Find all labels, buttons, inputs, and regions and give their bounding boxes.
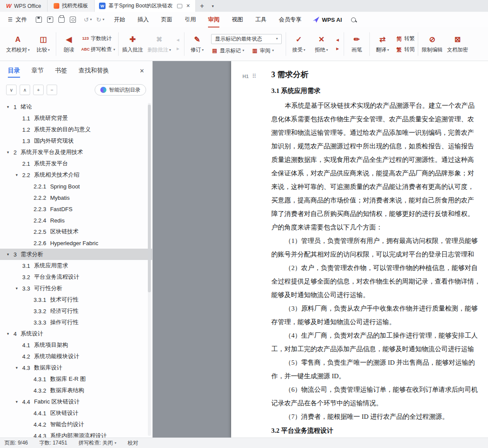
doc-text-line[interactable]: 买意愿，提高商品的市场价值；对消费者来说，能对自己所食用的农产 <box>271 194 488 207</box>
ribbon-insert-comment-button[interactable]: ✚插入批注 <box>120 33 145 55</box>
collapse-all-button[interactable]: ∨ <box>6 85 17 95</box>
toc-item-4-1[interactable]: 4.1系统项目架构 <box>0 339 152 351</box>
status-page[interactable]: 页面: 9/46 <box>4 439 28 447</box>
doc-text-line[interactable]: （4）生产厂商，负责对农产品的加工操作进行管理，能够安排工人 <box>271 329 488 342</box>
ribbon-reject-button[interactable]: ✕拒绝▾ <box>310 33 333 55</box>
ribbon-prev-change-button[interactable]: ◂ <box>334 38 341 42</box>
sidebar-tab-bookmark[interactable]: 书签 <box>55 61 67 80</box>
ribbon-to-traditional-button[interactable]: 简转繁 <box>396 35 415 42</box>
markup-state-select[interactable]: 显示标记的最终状态▾ <box>211 34 282 44</box>
document-page[interactable]: 3 需求分析H1⠿3.1 系统应用需求本系统是基于区块链技术实现的农产品溯源平台… <box>231 61 488 438</box>
menu-start[interactable]: 开始 <box>108 12 131 27</box>
doc-heading-2[interactable]: 3.2 平台业务流程设计 <box>271 424 488 437</box>
toc-item-4[interactable]: ▾4系统设计 <box>0 328 152 339</box>
doc-text-line[interactable]: 全保证体系，对农产品供应商来说，能提高农产品厂商的品牌形象；对 <box>271 167 488 180</box>
status-spellcheck[interactable]: 拼写检查: 关闭▾ <box>78 439 116 447</box>
expand-triangle-icon[interactable]: ▾ <box>7 150 14 154</box>
toc-item-3-3[interactable]: ▾3.3可行性分析 <box>0 283 152 294</box>
toc-item-4-2[interactable]: 4.2系统功能模块设计 <box>0 351 152 362</box>
toc-item-4-3[interactable]: ▾4.3数据库设计 <box>0 362 152 373</box>
menu-page[interactable]: 页面 <box>155 12 178 27</box>
save-icon[interactable] <box>36 17 42 23</box>
export-pdf-icon[interactable] <box>47 17 53 23</box>
toc-item-4-4-2[interactable]: 4.4.2智能合约设计 <box>0 419 152 430</box>
toc-item-1[interactable]: ▾1绪论 <box>0 101 152 113</box>
toc-item-2-2-6[interactable]: 2.2.6Hyperledger Fabric <box>0 237 152 249</box>
new-tab-button[interactable]: + <box>196 0 208 12</box>
doc-text-line[interactable]: （2）农户，负责管理农作物，可以管理作物的种植信息，能够对自 <box>271 261 488 275</box>
doc-text-line[interactable]: 工，对加工完的农产品添加产品信息，能够及时通知物流公司进行运输 <box>271 342 488 356</box>
doc-text-line[interactable]: 存管理，能够及时通知物流公司进行运输。 <box>271 315 488 329</box>
sidebar-tab-toc[interactable]: 目录 <box>8 61 20 80</box>
tab-docer-templates[interactable]: 找稻壳模板 <box>48 0 95 12</box>
toc-scrollbar-thumb[interactable] <box>148 105 151 292</box>
comment-bubble-icon[interactable] <box>177 4 182 8</box>
toc-item-3-3-3[interactable]: 3.3.3操作可行性 <box>0 317 152 328</box>
toc-item-2-2-4[interactable]: 2.2.4Redis <box>0 215 152 226</box>
menu-insert[interactable]: 插入 <box>131 12 155 27</box>
ribbon-show-markup-button[interactable]: ▤显示标记▾ <box>211 47 244 55</box>
doc-text-line[interactable]: 户的角度来讲需要包含以下几个方面： <box>271 221 488 234</box>
ribbon-review-pane-button[interactable]: ▥审阅▾ <box>251 47 274 55</box>
doc-heading-1[interactable]: 3 需求分析H1⠿ <box>271 68 488 81</box>
drag-handle-icon[interactable]: ⠿ <box>252 70 256 83</box>
search-button[interactable] <box>349 17 358 22</box>
expand-triangle-icon[interactable]: ▾ <box>7 332 14 336</box>
doc-text-line[interactable]: （7）消费者，能根据唯一 ID 进行农产品的全过程溯源。 <box>271 410 488 424</box>
doc-text-line[interactable]: 的账号并分配其相对应的访问权限，可以完成对平台的登录日志管理和 <box>271 248 488 261</box>
close-sidebar-icon[interactable]: ✕ <box>140 68 144 74</box>
redo-button[interactable]: ↻▾ <box>96 16 105 23</box>
doc-text-line[interactable]: 来说，这种可靠的、可追溯质量的农产品能让消费者有更高的认可度， <box>271 180 488 194</box>
toc-item-4-4-3[interactable]: 4.4.3系统内部溯源流程设计 <box>0 430 152 438</box>
toc-item-3-3-1[interactable]: 3.3.1技术可行性 <box>0 294 152 305</box>
toc-item-4-4-1[interactable]: 4.4.1区块链设计 <box>0 407 152 419</box>
ribbon-brush-button[interactable]: ✏画笔 <box>345 33 368 55</box>
toc-item-2-1[interactable]: 2.1系统开发平台 <box>0 158 152 169</box>
expand-triangle-icon[interactable]: ▾ <box>16 286 22 291</box>
undo-button[interactable]: ↺▾ <box>84 16 92 23</box>
toc-item-2-2-1[interactable]: 2.2.1Spring Boot <box>0 181 152 192</box>
doc-text-line[interactable]: （3）原料厂商，负责从农户手中收集农作物并进行质量检测，能够 <box>271 302 488 315</box>
smart-toc-button[interactable]: 智能识别目录 <box>95 84 146 96</box>
doc-text-line[interactable]: 息化体系需要包括农作物生产安全管理、农产品质量安全追溯管理、农 <box>271 113 488 126</box>
doc-text-line[interactable]: 本系统是基于区块链技术实现的农产品溯源平台。建立一个农产品 <box>271 99 488 113</box>
doc-text-line[interactable]: 能够及时通知物流公司进行运输。 <box>271 288 488 302</box>
doc-heading-2[interactable]: 3.1 系统应用需求 <box>271 85 488 97</box>
ribbon-track-changes-button[interactable]: ✎修订▾ <box>186 33 208 55</box>
expand-triangle-icon[interactable]: ▾ <box>7 252 14 256</box>
menu-tools[interactable]: 工具 <box>249 12 273 27</box>
print-icon[interactable] <box>58 17 65 23</box>
expand-triangle-icon[interactable]: ▾ <box>16 400 22 404</box>
expand-all-button[interactable]: ∧ <box>20 85 30 95</box>
ribbon-to-simplified-button[interactable]: 繁转简 <box>396 46 415 53</box>
toc-item-2-2-5[interactable]: 2.2.5区块链技术 <box>0 226 152 237</box>
expand-triangle-icon[interactable]: ▾ <box>7 105 14 109</box>
ribbon-read-aloud-button[interactable]: ◀朗读 <box>58 33 80 55</box>
doc-text-line[interactable]: 加识别，规范农产品溯源过程中所出现的信息，如质检报告、运输报告 <box>271 140 488 153</box>
sidebar-tab-chapter[interactable]: 章节 <box>31 61 44 80</box>
ribbon-encrypt-button[interactable]: ⊠文档加密 <box>445 33 470 55</box>
ribbon-next-comment-button[interactable]: ▸ <box>174 46 181 51</box>
doc-text-line[interactable]: （6）物流公司，负责管理运输订单，能够在收到订单请求后向司机 <box>271 383 488 397</box>
expand-triangle-icon[interactable]: ▾ <box>16 173 22 177</box>
ribbon-accept-button[interactable]: ✓接受▾ <box>287 33 310 55</box>
toc-item-4-4[interactable]: ▾4.4Fabric 区块链设计 <box>0 396 152 407</box>
toc-item-3-3-2[interactable]: 3.3.2经济可行性 <box>0 305 152 317</box>
doc-text-line[interactable]: （1）管理员，负责管理所有用户，拥有最高访问权限，管理员能够 <box>271 234 488 248</box>
menu-view[interactable]: 视图 <box>225 12 249 27</box>
toc-item-2-2-3[interactable]: 2.2.3FastDFS <box>0 203 152 215</box>
tab-list-icon[interactable]: ▾ <box>208 0 218 12</box>
expand-triangle-icon[interactable]: ▾ <box>16 366 22 370</box>
toc-item-2-2-2[interactable]: 2.2.2Mybatis <box>0 192 152 203</box>
ribbon-spell-check-button[interactable]: ABC拼写检查▾ <box>82 46 115 53</box>
print-preview-icon[interactable] <box>70 17 76 23</box>
sidebar-tab-find-replace[interactable]: 查找和替换 <box>78 61 109 80</box>
status-words[interactable]: 字数: 17451 <box>39 439 67 447</box>
collapse-more-button[interactable]: − <box>47 85 57 95</box>
toc-item-1-2[interactable]: 1.2系统开发的目的与意义 <box>0 124 152 135</box>
toc-item-3-2[interactable]: 3.2平台业务流程设计 <box>0 271 152 283</box>
ribbon-word-count-button[interactable]: 123字数统计 <box>82 35 115 42</box>
doc-text-line[interactable]: 质量追溯数据库，实现食用农产品全生产过程的可溯源性。通过这种高 <box>271 153 488 167</box>
ribbon-compare-button[interactable]: ◫比较▾ <box>32 33 55 55</box>
file-menu-button[interactable]: ☰ 文件 <box>3 16 31 24</box>
